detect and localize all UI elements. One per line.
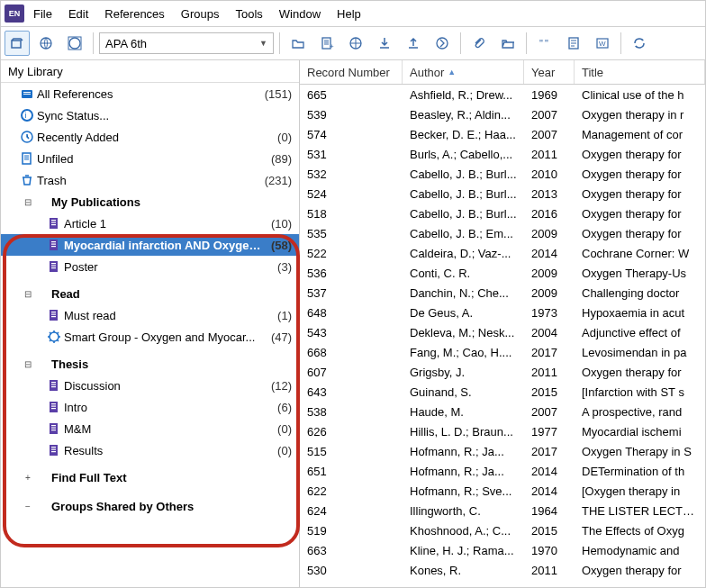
table-row[interactable]: 515Hofmann, R.; Ja...2017Oxygen Therapy … (300, 441, 705, 461)
table-row[interactable]: 530Kones, R.2011Oxygen therapy for (300, 560, 705, 580)
table-row[interactable]: 665Ashfield, R.; Drew...1969Clinical use… (300, 85, 705, 104)
svg-rect-26 (51, 246, 56, 247)
sidebar-group-header[interactable]: ⊟Thesis (1, 353, 299, 375)
table-row[interactable]: 522Caldeira, D.; Vaz-...2014Cochrane Cor… (300, 243, 705, 263)
menu-file[interactable]: File (26, 5, 59, 23)
menu-references[interactable]: References (97, 5, 171, 23)
cell-title: Oxygen therapy for (575, 227, 705, 240)
sidebar-group-item[interactable]: Myocardial infarction AND Oxygen ...(58) (1, 234, 299, 256)
import-button[interactable] (372, 31, 397, 56)
svg-rect-39 (51, 386, 56, 387)
svg-rect-45 (51, 425, 56, 426)
sidebar-group-item[interactable]: Results(0) (1, 439, 299, 461)
table-row[interactable]: 535Cabello, J. B.; Em...2009Oxygen thera… (300, 223, 705, 243)
cell-title: Oxygen Therapy in S (575, 445, 705, 458)
sidebar-group-item[interactable]: Poster(3) (1, 256, 299, 277)
table-row[interactable]: 574Becker, D. E.; Haa...2007Management o… (300, 124, 705, 144)
integrated-mode-button[interactable] (62, 31, 87, 56)
sidebar-group-item[interactable]: Article 1(10) (1, 213, 299, 234)
table-row[interactable]: 543Dekleva, M.; Nesk...2004Adjunctive ef… (300, 322, 705, 342)
record-grid[interactable]: 665Ashfield, R.; Drew...1969Clinical use… (300, 85, 705, 587)
find-fulltext-button[interactable] (430, 31, 455, 56)
table-row[interactable]: 518Cabello, J. B.; Burl...2016Oxygen the… (300, 204, 705, 223)
table-row[interactable]: 532Cabello, J. B.; Burl...2010Oxygen the… (300, 164, 705, 184)
sidebar-group-item[interactable]: Intro(6) (1, 396, 299, 418)
sidebar-group-item[interactable]: M&M(0) (1, 418, 299, 439)
new-reference-button[interactable]: + (314, 31, 339, 56)
col-author[interactable]: Author▲ (403, 60, 524, 84)
sidebar-group-item[interactable]: Discussion(12) (1, 375, 299, 396)
table-row[interactable]: 624Illingworth, C.1964THE LISTER LECTUR (300, 501, 705, 520)
table-row[interactable]: 538Haude, M.2007A prospective, rand (300, 402, 705, 421)
sidebar-group-header[interactable]: ⊟My Publications (1, 191, 299, 213)
table-row[interactable]: 651Hofmann, R.; Ja...2014DETermination o… (300, 461, 705, 481)
menu-help[interactable]: Help (330, 5, 368, 23)
sidebar-unfiled[interactable]: Unfiled(89) (1, 148, 299, 169)
group-icon (46, 400, 62, 414)
sidebar-section[interactable]: +Find Full Text (1, 466, 299, 488)
table-row[interactable]: 607Grigsby, J.2011Oxygen therapy for (300, 362, 705, 382)
table-row[interactable]: 524Cabello, J. B.; Burl...2013Oxygen the… (300, 184, 705, 204)
sync-button[interactable] (627, 31, 652, 56)
menu-groups[interactable]: Groups (174, 5, 227, 23)
table-row[interactable]: 531Burls, A.; Cabello,...2011Oxygen ther… (300, 144, 705, 164)
table-row[interactable]: 519Khoshnood, A.; C...2015The Effects of… (300, 520, 705, 540)
svg-text:i: i (25, 111, 27, 120)
cell-year: 2013 (524, 187, 575, 201)
sidebar-sync[interactable]: iSync Status... (1, 104, 299, 126)
sidebar-recent[interactable]: Recently Added(0) (1, 126, 299, 148)
style-dropdown[interactable]: APA 6th ▼ (99, 32, 274, 54)
open-file-button[interactable] (495, 31, 520, 56)
app-window: EN File Edit References Groups Tools Win… (0, 0, 706, 588)
cell-title: A prospective, rand (575, 405, 705, 419)
svg-rect-22 (51, 224, 56, 225)
sidebar-section[interactable]: −Groups Shared by Others (1, 495, 299, 517)
attach-button[interactable] (466, 31, 492, 56)
local-library-button[interactable] (5, 31, 30, 56)
group-icon (46, 421, 62, 436)
table-row[interactable]: 622Hofmann, R.; Sve...2014[Oxygen therap… (300, 481, 705, 501)
sidebar-group-item[interactable]: Smart Group - Oxygen and Myocar...(47) (1, 326, 299, 348)
table-row[interactable]: 648De Geus, A.1973Hypoxaemia in acut (300, 303, 705, 322)
sidebar-item-label: Trash (35, 174, 259, 187)
sidebar-item-count: (10) (266, 217, 292, 231)
table-row[interactable]: 539Beasley, R.; Aldin...2007Oxygen thera… (300, 104, 705, 124)
table-row[interactable]: 643Guinand, S.2015[Infarction with ST s (300, 382, 705, 402)
cell-title: Oxygen therapy for (575, 187, 705, 201)
table-row[interactable]: 536Conti, C. R.2009Oxygen Therapy-Us (300, 263, 705, 283)
svg-rect-21 (51, 222, 56, 223)
format-bib-button[interactable] (561, 31, 586, 56)
cell-year: 2011 (524, 148, 575, 161)
svg-rect-50 (51, 449, 56, 450)
cell-record: 539 (300, 108, 403, 122)
table-row[interactable]: 537Danchin, N.; Che...2009Challenging do… (300, 283, 705, 303)
goto-word-button[interactable]: W (590, 31, 615, 56)
table-row[interactable]: 626Hillis, L. D.; Braun...1977Myocardial… (300, 421, 705, 441)
sidebar-refs[interactable]: All References(151) (1, 83, 299, 104)
menu-tools[interactable]: Tools (228, 5, 269, 23)
cell-title: Oxygen Therapy-Us (575, 267, 705, 280)
sidebar-group-header[interactable]: ⊟Read (1, 283, 299, 304)
menu-window[interactable]: Window (272, 5, 328, 23)
sidebar-trash[interactable]: Trash(231) (1, 169, 299, 191)
cell-record: 626 (300, 425, 403, 439)
online-mode-button[interactable] (33, 31, 59, 56)
cell-year: 2017 (524, 346, 575, 359)
dropdown-arrow-icon: ▼ (259, 39, 267, 48)
app-logo: EN (5, 5, 24, 23)
table-row[interactable]: 663Kline, H. J.; Rama...1970Hemodynamic … (300, 540, 705, 560)
menu-edit[interactable]: Edit (61, 5, 95, 23)
online-search-button[interactable] (343, 31, 368, 56)
cell-author: Hofmann, R.; Ja... (403, 465, 524, 478)
cell-year: 2017 (524, 445, 575, 458)
col-year[interactable]: Year (524, 60, 575, 84)
export-button[interactable] (401, 31, 426, 56)
svg-point-1 (69, 38, 80, 49)
insert-citation-button[interactable]: "" (532, 31, 557, 56)
sidebar-group-item[interactable]: Must read(1) (1, 304, 299, 326)
open-folder-button[interactable] (285, 31, 311, 56)
table-row[interactable]: 668Fang, M.; Cao, H....2017Levosimendan … (300, 342, 705, 362)
sidebar-item-label: Recently Added (35, 131, 272, 144)
col-record-number[interactable]: Record Number (300, 60, 403, 84)
col-title[interactable]: Title (575, 60, 705, 84)
